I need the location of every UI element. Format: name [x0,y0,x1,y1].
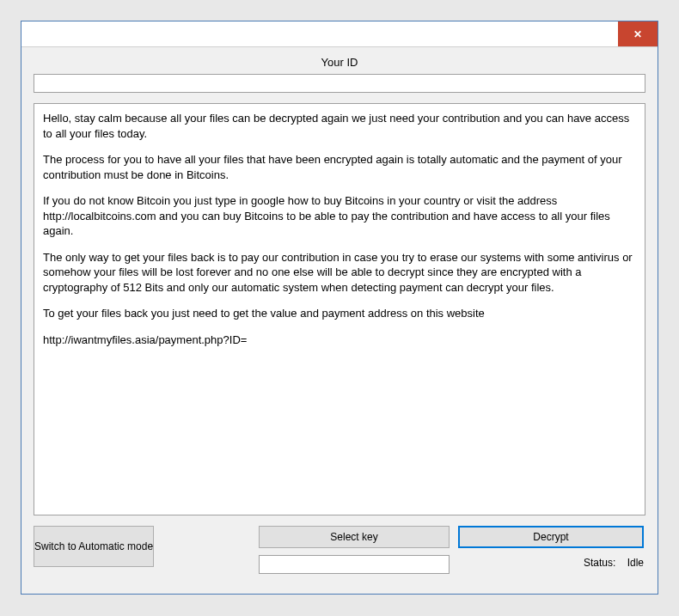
app-window: ✕ Your ID Hello, stay calm because all y… [21,21,658,595]
message-paragraph: If you do not know Bitcoin you just type… [43,193,636,239]
titlebar: ✕ [21,21,658,47]
close-icon: ✕ [633,28,642,40]
message-textbox[interactable]: Hello, stay calm because all your files … [34,103,645,515]
select-key-button[interactable]: Select key [259,526,450,548]
status-label: Status: [584,557,615,569]
close-button[interactable]: ✕ [618,21,658,46]
message-paragraph: The process for you to have all your fil… [43,152,636,182]
status-row: Status: Idle [458,555,644,569]
bottom-controls: Switch to Automatic mode Select key Decr… [34,526,645,574]
window-content: Your ID Hello, stay calm because all you… [21,47,658,586]
switch-mode-button[interactable]: Switch to Automatic mode [34,526,154,567]
message-paragraph: To get your files back you just need to … [43,306,636,321]
middle-controls: Select key [259,526,450,574]
left-controls: Switch to Automatic mode [34,526,250,574]
your-id-input[interactable] [34,74,645,93]
right-controls: Decrypt Status: Idle [458,526,644,574]
decrypt-button[interactable]: Decrypt [458,526,644,548]
message-paragraph: The only way to get your files back is t… [43,250,636,296]
key-path-input[interactable] [259,555,450,574]
status-value: Idle [627,557,644,569]
message-paragraph: http://iwantmyfiles.asia/payment.php?ID= [43,332,636,348]
your-id-label: Your ID [34,56,645,69]
message-paragraph: Hello, stay calm because all your files … [43,111,636,141]
